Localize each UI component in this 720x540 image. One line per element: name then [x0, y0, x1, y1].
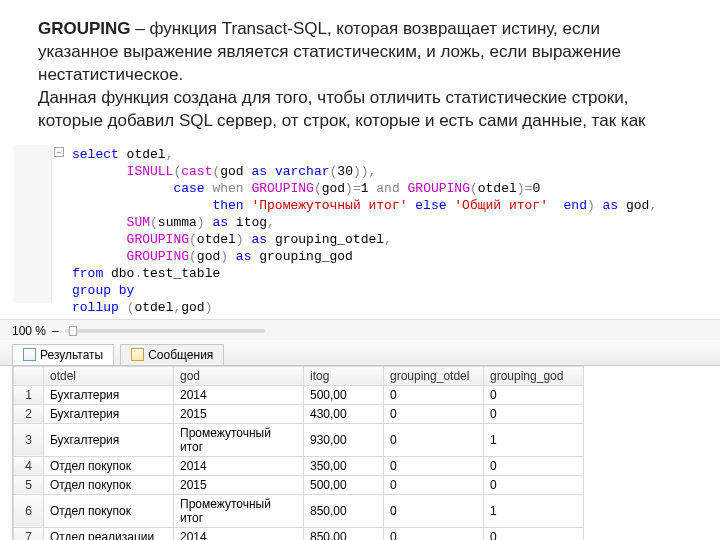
cell-grouping-god[interactable]: 0 [484, 456, 584, 475]
tab-results[interactable]: Результаты [12, 344, 114, 365]
description-text: GROUPING – функция Transact-SQL, которая… [0, 0, 720, 141]
cell-otdel[interactable]: Отдел покупок [44, 456, 174, 475]
zoom-dash: – [52, 324, 59, 338]
cell-grouping-otdel[interactable]: 0 [384, 494, 484, 527]
table-row[interactable]: 7Отдел реализации2014850,0000 [14, 527, 584, 540]
cell-god[interactable]: 2015 [174, 475, 304, 494]
cell-grouping-otdel[interactable]: 0 [384, 475, 484, 494]
tab-results-label: Результаты [40, 348, 103, 362]
cell-god[interactable]: 2014 [174, 456, 304, 475]
tab-messages[interactable]: Сообщения [120, 344, 224, 365]
col-grouping-otdel[interactable]: grouping_otdel [384, 366, 484, 385]
table-row[interactable]: 4Отдел покупок2014350,0000 [14, 456, 584, 475]
cell-grouping-god[interactable]: 1 [484, 494, 584, 527]
cell-grouping-god[interactable]: 0 [484, 475, 584, 494]
col-god[interactable]: god [174, 366, 304, 385]
table-row[interactable]: 2Бухгалтерия2015430,0000 [14, 404, 584, 423]
sql-code[interactable]: select otdel, ISNULL(cast(god as varchar… [14, 145, 720, 319]
cell-otdel[interactable]: Отдел покупок [44, 494, 174, 527]
row-number[interactable]: 4 [14, 456, 44, 475]
col-grouping-god[interactable]: grouping_god [484, 366, 584, 385]
cell-god[interactable]: Промежуточный итог [174, 423, 304, 456]
desc-line2: Данная функция создана для того, чтобы о… [38, 88, 646, 130]
result-tabs: Результаты Сообщения [0, 340, 720, 366]
row-number[interactable]: 5 [14, 475, 44, 494]
cell-grouping-god[interactable]: 0 [484, 385, 584, 404]
cell-itog[interactable]: 850,00 [304, 527, 384, 540]
cell-grouping-otdel[interactable]: 0 [384, 423, 484, 456]
collapse-icon[interactable]: − [54, 147, 64, 157]
table-row[interactable]: 1Бухгалтерия2014500,0000 [14, 385, 584, 404]
cell-grouping-god[interactable]: 0 [484, 404, 584, 423]
rownum-header[interactable] [14, 366, 44, 385]
cell-grouping-god[interactable]: 1 [484, 423, 584, 456]
cell-god[interactable]: 2015 [174, 404, 304, 423]
message-icon [131, 348, 144, 361]
cell-grouping-otdel[interactable]: 0 [384, 404, 484, 423]
cell-itog[interactable]: 350,00 [304, 456, 384, 475]
table-row[interactable]: 3БухгалтерияПромежуточный итог930,0001 [14, 423, 584, 456]
zoom-slider[interactable] [65, 329, 265, 333]
cell-god[interactable]: 2014 [174, 527, 304, 540]
cell-itog[interactable]: 850,00 [304, 494, 384, 527]
row-number[interactable]: 6 [14, 494, 44, 527]
editor-gutter [14, 145, 52, 303]
cell-itog[interactable]: 930,00 [304, 423, 384, 456]
cell-otdel[interactable]: Отдел реализации [44, 527, 174, 540]
cell-grouping-otdel[interactable]: 0 [384, 456, 484, 475]
cell-god[interactable]: 2014 [174, 385, 304, 404]
cell-grouping-otdel[interactable]: 0 [384, 385, 484, 404]
grouping-keyword: GROUPING [38, 19, 131, 38]
table-row[interactable]: 5Отдел покупок2015500,0000 [14, 475, 584, 494]
row-number[interactable]: 3 [14, 423, 44, 456]
cell-itog[interactable]: 430,00 [304, 404, 384, 423]
grid-icon [23, 348, 36, 361]
row-number[interactable]: 7 [14, 527, 44, 540]
cell-grouping-otdel[interactable]: 0 [384, 527, 484, 540]
cell-otdel[interactable]: Бухгалтерия [44, 423, 174, 456]
cell-itog[interactable]: 500,00 [304, 385, 384, 404]
zoom-percent[interactable]: 100 % [12, 324, 46, 338]
row-number[interactable]: 2 [14, 404, 44, 423]
cell-otdel[interactable]: Бухгалтерия [44, 385, 174, 404]
zoom-bar: 100 % – [0, 319, 720, 340]
col-itog[interactable]: itog [304, 366, 384, 385]
cell-itog[interactable]: 500,00 [304, 475, 384, 494]
cell-otdel[interactable]: Бухгалтерия [44, 404, 174, 423]
sql-editor[interactable]: − select otdel, ISNULL(cast(god as varch… [14, 145, 720, 319]
cell-god[interactable]: Промежуточный итог [174, 494, 304, 527]
header-row: otdel god itog grouping_otdel grouping_g… [14, 366, 584, 385]
results-grid[interactable]: otdel god itog grouping_otdel grouping_g… [13, 366, 584, 540]
col-otdel[interactable]: otdel [44, 366, 174, 385]
row-number[interactable]: 1 [14, 385, 44, 404]
cell-grouping-god[interactable]: 0 [484, 527, 584, 540]
table-row[interactable]: 6Отдел покупокПромежуточный итог850,0001 [14, 494, 584, 527]
tab-messages-label: Сообщения [148, 348, 213, 362]
cell-otdel[interactable]: Отдел покупок [44, 475, 174, 494]
zoom-slider-thumb[interactable] [69, 326, 77, 336]
